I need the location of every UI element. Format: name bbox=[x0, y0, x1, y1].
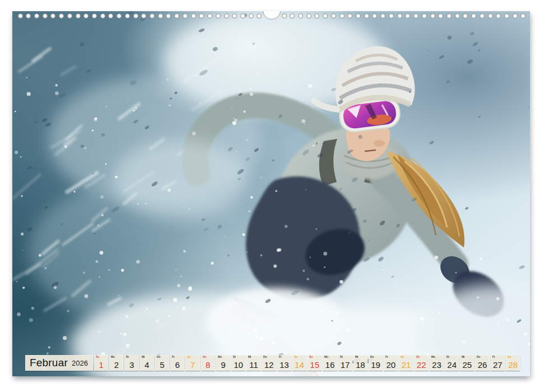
day-cell: Di3 bbox=[124, 355, 138, 371]
day-number: 12 bbox=[264, 361, 274, 369]
day-cell: So15 bbox=[308, 355, 322, 371]
day-cell: So1 bbox=[94, 355, 108, 371]
binding-hole bbox=[488, 13, 493, 18]
day-number: 8 bbox=[206, 361, 210, 369]
day-cell: Mi11 bbox=[247, 355, 261, 371]
day-number: 10 bbox=[234, 361, 243, 369]
day-number: 3 bbox=[129, 361, 134, 369]
day-cell: Mo2 bbox=[109, 355, 123, 371]
day-number: 21 bbox=[402, 361, 411, 369]
day-weekday-label: Mi bbox=[355, 356, 358, 358]
day-number: 27 bbox=[493, 361, 503, 369]
day-number: 6 bbox=[175, 361, 180, 369]
binding-hole bbox=[331, 13, 336, 18]
day-weekday-label: Mi bbox=[142, 356, 145, 358]
day-number: 13 bbox=[280, 361, 289, 369]
binding-hole bbox=[158, 13, 163, 18]
day-number: 22 bbox=[417, 361, 426, 369]
binding-hole bbox=[306, 13, 311, 18]
binding-hole bbox=[207, 13, 212, 18]
year-label: 2026 bbox=[72, 359, 88, 367]
day-weekday-label: So bbox=[203, 356, 206, 358]
day-cell: Mo23 bbox=[430, 355, 444, 371]
binding-hole bbox=[191, 13, 196, 18]
binding-hole bbox=[34, 13, 39, 18]
binding-hole bbox=[183, 13, 188, 18]
day-number: 16 bbox=[326, 361, 335, 369]
binding-hole bbox=[240, 13, 245, 18]
day-cell: Mo16 bbox=[323, 355, 337, 371]
day-weekday-label: Di bbox=[340, 356, 343, 358]
day-weekday-label: Do bbox=[157, 356, 161, 358]
month-title-cell: Februar 2026 bbox=[25, 355, 93, 371]
day-weekday-label: Di bbox=[447, 356, 449, 358]
day-weekday-label: Mo bbox=[324, 356, 328, 358]
day-number: 17 bbox=[341, 361, 350, 369]
day-weekday-label: Di bbox=[233, 356, 236, 358]
day-weekday-label: Sa bbox=[401, 356, 404, 358]
day-cell: Sa7 bbox=[185, 355, 199, 371]
binding-hole bbox=[430, 13, 435, 18]
binding-hole bbox=[298, 13, 303, 18]
day-weekday-label: Do bbox=[263, 356, 267, 358]
binding-hole bbox=[480, 13, 485, 18]
day-cell: Do19 bbox=[369, 355, 383, 371]
binding-hole bbox=[249, 13, 254, 18]
day-cell: Di24 bbox=[445, 355, 459, 371]
binding-hole bbox=[513, 13, 518, 18]
day-weekday-label: Mo bbox=[111, 356, 115, 358]
day-number: 24 bbox=[447, 361, 457, 369]
day-weekday-label: Mo bbox=[218, 356, 222, 358]
binding-hole bbox=[100, 13, 105, 18]
day-cell: Mi4 bbox=[140, 355, 154, 371]
snowboarder-illustration: RO bbox=[12, 11, 530, 376]
binding-hole bbox=[133, 13, 138, 18]
day-number: 5 bbox=[160, 361, 164, 369]
day-cell: Fr20 bbox=[384, 355, 398, 371]
binding-hole bbox=[150, 13, 155, 18]
day-weekday-label: Sa bbox=[294, 356, 297, 358]
binding-hole bbox=[340, 13, 345, 18]
day-cell: Di17 bbox=[338, 355, 352, 371]
binding-hole bbox=[282, 13, 287, 18]
calendar-page: RO Februar 2026 bbox=[0, 0, 544, 392]
binding-hole bbox=[364, 13, 369, 18]
day-weekday-label: Do bbox=[477, 356, 481, 358]
day-cell: Do26 bbox=[475, 355, 489, 371]
binding-hole bbox=[455, 13, 460, 18]
day-cells: So1Mo2Di3Mi4Do5Fr6Sa7So8Mo9Di10Mi11Do12F… bbox=[94, 355, 520, 371]
day-cell: So8 bbox=[201, 355, 215, 371]
binding-hole bbox=[92, 13, 97, 18]
calendar-photo: RO Februar 2026 bbox=[12, 11, 530, 376]
day-weekday-label: Fr bbox=[279, 356, 282, 358]
day-number: 19 bbox=[371, 361, 380, 369]
day-number: 4 bbox=[145, 361, 149, 369]
day-weekday-label: So bbox=[416, 356, 420, 358]
binding-hole bbox=[447, 13, 452, 18]
day-weekday-label: Mo bbox=[431, 356, 435, 358]
day-cell: Mi25 bbox=[460, 355, 474, 371]
day-weekday-label: Fr bbox=[492, 356, 495, 358]
day-weekday-label: Di bbox=[126, 356, 129, 358]
day-number: 2 bbox=[114, 361, 119, 369]
binding-hole bbox=[422, 13, 427, 18]
binding-hole bbox=[397, 13, 402, 18]
binding-hole bbox=[67, 13, 72, 18]
day-number: 26 bbox=[478, 361, 487, 369]
day-cell: Fr6 bbox=[170, 355, 184, 371]
day-cell: Sa21 bbox=[399, 355, 413, 371]
day-number: 11 bbox=[249, 361, 258, 369]
day-cell: Mo9 bbox=[216, 355, 230, 371]
day-weekday-label: Sa bbox=[187, 356, 190, 358]
day-cell: Sa14 bbox=[292, 355, 306, 371]
day-number: 14 bbox=[295, 361, 304, 369]
binding-hole bbox=[18, 13, 23, 18]
day-cell: Fr13 bbox=[277, 355, 291, 371]
day-weekday-label: Do bbox=[370, 356, 374, 358]
day-number: 28 bbox=[508, 361, 518, 369]
binding-hole bbox=[389, 13, 394, 18]
day-number: 20 bbox=[386, 361, 396, 369]
day-cell: Mi18 bbox=[354, 355, 368, 371]
binding-hole bbox=[43, 13, 48, 18]
day-number: 23 bbox=[432, 361, 441, 369]
